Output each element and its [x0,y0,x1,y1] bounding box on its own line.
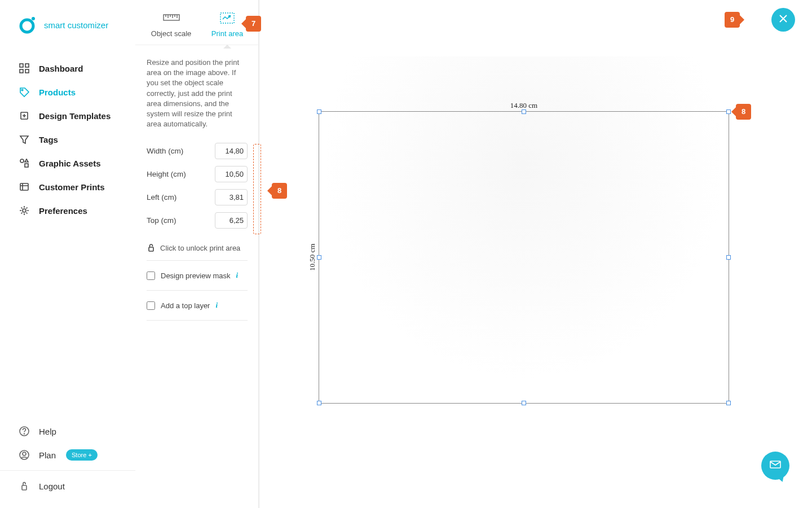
sidebar-item-label: Graphic Assets [39,159,101,168]
layer-label: Add a top layer [161,301,210,310]
brand-name: smart customizer [44,20,108,30]
svg-rect-19 [149,247,153,251]
add-top-layer-row: Add a top layer i [147,291,248,321]
svg-rect-2 [20,64,23,67]
svg-point-1 [32,17,35,20]
canvas: 14.80 cm 10.50 cm [259,0,812,508]
sidebar-item-design-templates[interactable]: Design Templates [0,104,135,128]
left-input[interactable] [215,189,248,205]
footer-item-help[interactable]: Help [0,419,135,443]
hint-8-panel: 8 [272,183,287,199]
info-icon[interactable]: i [236,271,239,280]
svg-rect-17 [220,13,234,23]
field-width: Width (cm) [147,143,248,159]
width-label: Width (cm) [147,147,183,155]
tab-label: Object scale [151,29,192,38]
print-area-rect[interactable] [319,111,729,404]
unlock-label: Click to unlock print area [160,244,240,252]
sidebar-item-preferences[interactable]: Preferences [0,199,135,222]
tab-label: Print area [211,29,243,38]
footer-item-logout[interactable]: Logout [0,474,135,498]
gear-icon [19,205,30,216]
print-area-icon [217,10,237,26]
resize-handle-ml[interactable] [317,255,321,260]
help-icon [19,426,30,437]
field-top: Top (cm) [147,212,248,229]
footer-item-plan[interactable]: Plan Store + [0,443,135,467]
resize-handle-tr[interactable] [726,110,731,114]
prints-icon [19,181,30,192]
svg-rect-4 [20,69,23,73]
sidebar-item-label: Preferences [39,206,87,216]
sidebar-item-label: Design Templates [39,111,111,121]
sidebar-item-label: Dashboard [39,64,83,73]
sidebar-footer: Help Plan Store + Logout [0,419,135,508]
resize-handle-br[interactable] [726,401,731,405]
top-input[interactable] [215,212,248,229]
mail-icon [769,458,782,474]
mask-label: Design preview mask [161,271,231,280]
resize-handle-bm[interactable] [522,401,526,405]
hint-8-canvas: 8 [736,104,751,120]
svg-point-14 [23,452,26,456]
hint-7: 7 [246,16,261,32]
sidebar: smart customizer Dashboard Products Desi… [0,0,135,508]
brand[interactable]: smart customizer [0,0,135,51]
footer-label: Logout [39,481,65,491]
svg-point-10 [23,209,26,212]
design-preview-mask-row: Design preview mask i [147,261,248,291]
settings-panel: Object scale Print area Resize and posit… [135,0,259,508]
close-icon [778,14,788,26]
field-height: Height (cm) [147,166,248,182]
ruler-icon [161,10,182,26]
templates-icon [19,110,30,121]
divider [0,470,135,471]
svg-point-12 [24,433,25,434]
mask-checkbox[interactable] [147,271,155,280]
resize-handle-bl[interactable] [317,401,321,405]
width-input[interactable] [215,143,248,159]
sidebar-item-dashboard[interactable]: Dashboard [0,56,135,80]
svg-rect-15 [22,485,27,490]
svg-point-7 [20,159,24,163]
left-label: Left (cm) [147,193,176,202]
footer-label: Plan [39,450,56,460]
hint-9: 9 [725,12,740,28]
close-button[interactable] [771,8,795,32]
chat-button[interactable] [761,452,789,480]
tabs: Object scale Print area [135,0,259,45]
svg-rect-5 [25,69,29,73]
info-icon[interactable]: i [215,301,218,310]
nav: Dashboard Products Design Templates Tags… [0,51,135,419]
funnel-icon [19,134,30,145]
svg-point-0 [21,20,33,32]
tab-object-scale[interactable]: Object scale [151,10,192,45]
sidebar-item-graphic-assets[interactable]: Graphic Assets [0,151,135,175]
field-left: Left (cm) [147,189,248,205]
dimension-left: 10.50 cm [308,111,317,404]
plan-badge: Store + [66,449,98,461]
layer-checkbox[interactable] [147,301,155,310]
svg-point-6 [21,89,23,91]
resize-handle-mr[interactable] [726,255,731,260]
resize-handle-tl[interactable] [317,110,321,114]
sidebar-item-label: Products [39,87,76,97]
panel-description: Resize and position the print area on th… [147,58,248,129]
svg-rect-9 [20,183,28,190]
height-input[interactable] [215,166,248,182]
dashboard-icon [19,63,30,74]
sidebar-item-customer-prints[interactable]: Customer Prints [0,175,135,199]
brand-logo-icon [18,16,36,34]
logout-icon [19,480,30,492]
sidebar-item-products[interactable]: Products [0,80,135,104]
footer-label: Help [39,427,56,436]
svg-rect-20 [770,461,780,468]
resize-handle-tm[interactable] [522,110,526,114]
svg-rect-8 [25,164,28,167]
unlock-print-area[interactable]: Click to unlock print area [147,235,248,261]
tab-print-area[interactable]: Print area [211,10,243,45]
sidebar-item-tags[interactable]: Tags [0,128,135,151]
panel-body: Resize and position the print area on th… [135,45,259,333]
dimension-top: 14.80 cm [319,101,729,110]
assets-icon [19,157,30,169]
